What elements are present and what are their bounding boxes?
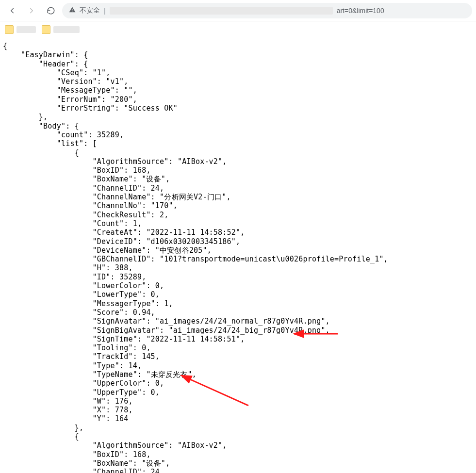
insecure-icon: [69, 6, 76, 15]
address-bar[interactable]: 不安全 | art=0&limit=100: [62, 3, 472, 18]
back-button[interactable]: [4, 2, 20, 19]
bookmark-label-redacted: [16, 26, 36, 33]
url-redacted: [110, 7, 333, 15]
folder-icon: [5, 25, 14, 34]
bookmarks-bar: [0, 21, 476, 38]
bookmark-item[interactable]: [42, 25, 80, 34]
forward-button[interactable]: [23, 2, 40, 19]
insecure-label: 不安全: [80, 6, 100, 15]
json-body: { "EasyDarwin": { "Header": { "CSeq": "1…: [0, 38, 476, 473]
browser-toolbar: 不安全 | art=0&limit=100: [0, 0, 476, 21]
url-visible-suffix: art=0&limit=100: [337, 7, 384, 15]
bookmark-item[interactable]: [5, 25, 36, 34]
reload-button[interactable]: [43, 2, 59, 19]
address-divider: |: [104, 7, 106, 15]
folder-icon: [42, 25, 50, 34]
bookmark-label-redacted: [53, 26, 80, 33]
